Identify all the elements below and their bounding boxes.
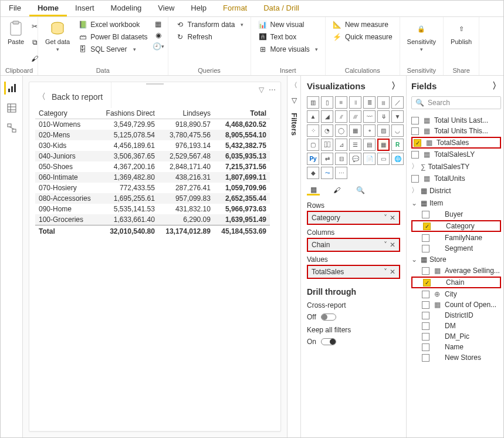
values-well[interactable]: TotalSales˅✕	[307, 265, 400, 279]
morevisuals-button[interactable]: ⊞More visuals▾	[256, 44, 320, 55]
field-totalunitslast[interactable]: ▦Total Units Last...	[411, 115, 501, 126]
table-item[interactable]: ⌄▦Item	[411, 197, 501, 209]
field-countopen[interactable]: ▦Count of Open...	[411, 299, 501, 310]
field-totalsales[interactable]: ▦TotalSales	[411, 137, 501, 149]
sqlserver-button[interactable]: 🗄SQL Server▾	[76, 44, 150, 55]
transform-button[interactable]: ⟲Transform data▾	[173, 19, 246, 30]
table-row[interactable]: 070-Hosiery772,433.55287,276.411,059,709…	[35, 183, 270, 193]
viz-ribbon[interactable]: 〰	[363, 110, 376, 123]
field-totalunitsthis[interactable]: ▦Total Units This...	[411, 126, 501, 136]
chevron-right-icon[interactable]: 〉	[492, 80, 501, 92]
viz-stacked-area[interactable]: ◢	[321, 110, 333, 123]
refresh-button[interactable]: ↻Refresh	[173, 32, 246, 42]
textbox-button[interactable]: 🅰Text box	[256, 32, 320, 42]
chevron-down-icon[interactable]: ˅	[384, 214, 387, 222]
viz-line-clustered[interactable]: ⫻	[349, 110, 361, 123]
pbidatasets-button[interactable]: 🗃Power BI datasets	[76, 32, 150, 42]
viz-r[interactable]: R	[391, 139, 404, 151]
viz-kpi[interactable]: ⊿	[335, 139, 347, 151]
publish-button[interactable]: ⇧ Publish	[448, 19, 474, 66]
viz-filled-map[interactable]: ▨	[377, 124, 390, 137]
keepfilters-toggle[interactable]	[321, 338, 336, 345]
field-dmpic[interactable]: DM_Pic	[411, 331, 501, 342]
viz-line-stacked[interactable]: ⫽	[335, 110, 347, 123]
viz-map[interactable]: ⚬	[363, 124, 376, 137]
col-header[interactable]: Lindseys	[158, 108, 214, 119]
field-city[interactable]: ⊕City	[411, 289, 501, 299]
viz-clustered-bar[interactable]: ≡	[335, 96, 347, 109]
viz-narrative[interactable]: 📄	[363, 153, 376, 165]
recent-icon[interactable]: 🕘▾	[154, 42, 163, 51]
viz-automate[interactable]: ⤳	[321, 167, 333, 179]
table-store[interactable]: ⌄▦Store	[411, 254, 501, 265]
viz-decomposition[interactable]: ⊟	[335, 153, 347, 165]
viz-getmore[interactable]: ⋯	[335, 167, 347, 179]
field-totalsalesly[interactable]: ▦TotalSalesLY	[411, 149, 501, 160]
newmeasure-button[interactable]: 📐New measure	[330, 19, 395, 30]
viz-arcgis[interactable]: 🌐	[391, 153, 404, 165]
getdata-button[interactable]: Get data▾	[43, 19, 72, 66]
tab-modeling[interactable]: Modeling	[103, 1, 150, 16]
excel-button[interactable]: 📗Excel workbook	[76, 19, 150, 30]
remove-icon[interactable]: ✕	[390, 268, 395, 276]
viz-python[interactable]: Py	[307, 153, 319, 165]
fields-search[interactable]: 🔍Search	[411, 96, 501, 109]
table-row[interactable]: 030-Kids4,456,189.61976,193.145,432,382.…	[35, 140, 270, 151]
filter-icon[interactable]: ▽	[259, 86, 264, 94]
tab-datadrill[interactable]: Data / Drill	[255, 1, 307, 16]
viz-matrix[interactable]: ▦	[377, 139, 390, 151]
viz-donut[interactable]: ◯	[335, 124, 347, 137]
table-row[interactable]: 060-Intimate1,369,482.80438,216.311,807,…	[35, 172, 270, 183]
enterdata-icon[interactable]: ▦	[154, 19, 163, 29]
chevron-right-icon[interactable]: 〉	[391, 80, 400, 92]
model-view-icon[interactable]	[5, 122, 18, 134]
viz-qna[interactable]: 💬	[349, 153, 361, 165]
viz-paginated[interactable]: ▭	[377, 153, 390, 165]
table-row[interactable]: 090-Home5,535,141.53431,832.105,966,973.…	[35, 204, 270, 214]
viz-waterfall[interactable]: ⤋	[377, 110, 390, 123]
report-view-icon[interactable]	[4, 82, 17, 95]
fields-tab[interactable]: ▦	[307, 185, 320, 196]
table-row[interactable]: 050-Shoes4,367,200.162,848,171.407,215,3…	[35, 161, 270, 172]
dataverse-icon[interactable]: ◉	[154, 31, 163, 40]
field-chain[interactable]: Chain	[411, 277, 501, 288]
data-view-icon[interactable]	[5, 102, 18, 114]
field-dm[interactable]: DM	[411, 321, 501, 331]
rows-well[interactable]: Category˅✕	[307, 211, 400, 225]
tab-help[interactable]: Help	[182, 1, 215, 16]
field-newstores[interactable]: New Stores	[411, 352, 501, 363]
viz-100-column[interactable]: ⫼	[377, 96, 390, 109]
remove-icon[interactable]: ✕	[390, 241, 395, 249]
viz-key-influencers[interactable]: ⇄	[321, 153, 333, 165]
viz-card[interactable]: ▢	[307, 139, 319, 151]
field-avgselling[interactable]: ▦Average Selling...	[411, 265, 501, 276]
tab-format[interactable]: Format	[215, 1, 255, 16]
viz-area[interactable]: ▲	[307, 110, 319, 123]
table-row[interactable]: 080-Accessories1,695,255.61957,099.832,6…	[35, 193, 270, 204]
filters-pane-collapsed[interactable]: 〈 ▽ Filters	[287, 76, 301, 437]
matrix-visual[interactable]: ▽ ⋯ 〈 Back to report CategoryFashions Di…	[29, 82, 281, 432]
newvisual-button[interactable]: 📊New visual	[256, 19, 320, 30]
field-category[interactable]: Category	[411, 220, 501, 232]
field-buyer[interactable]: Buyer	[411, 209, 501, 220]
field-districtid[interactable]: DistrictID	[411, 310, 501, 321]
field-segment[interactable]: Segment	[411, 243, 501, 254]
tab-insert[interactable]: Insert	[67, 1, 103, 16]
viz-clustered-column[interactable]: ⫴	[349, 96, 361, 109]
more-icon[interactable]: ⋯	[269, 86, 276, 94]
drag-handle[interactable]	[146, 82, 164, 85]
table-row[interactable]: 020-Mens5,125,078.543,780,475.568,905,55…	[35, 130, 270, 140]
viz-100-bar[interactable]: ≣	[363, 96, 376, 109]
chevron-down-icon[interactable]: ˅	[384, 241, 387, 249]
viz-funnel[interactable]: ▼	[391, 110, 404, 123]
columns-well[interactable]: Chain˅✕	[307, 238, 400, 252]
col-header[interactable]: Total	[214, 108, 270, 119]
viz-multi-card[interactable]: ⿲	[321, 139, 333, 151]
chevron-down-icon[interactable]: ˅	[384, 268, 387, 276]
field-familyname[interactable]: FamilyNane	[411, 233, 501, 243]
viz-gauge[interactable]: ◡	[391, 124, 404, 137]
tab-home[interactable]: Home	[29, 1, 67, 16]
remove-icon[interactable]: ✕	[390, 214, 395, 222]
paste-button[interactable]: Paste	[5, 19, 26, 66]
table-district[interactable]: 〉▦District	[411, 184, 501, 197]
